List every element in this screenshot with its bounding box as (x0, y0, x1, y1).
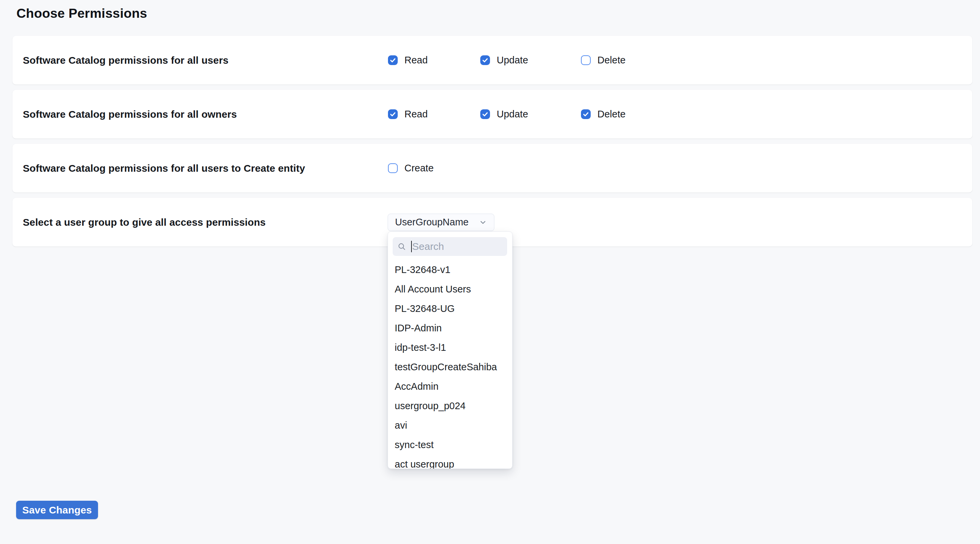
dropdown-option[interactable]: idp-test-3-l1 (388, 338, 512, 357)
checkbox-cell-delete: Delete (581, 55, 625, 66)
choose-permissions-page: Choose Permissions Software Catalog perm… (0, 0, 980, 544)
dropdown-option[interactable]: avi (388, 416, 512, 435)
chevron-down-icon (479, 218, 487, 227)
checkbox-cell-read: Read (388, 109, 480, 120)
read-checkbox[interactable] (388, 109, 398, 119)
dropdown-option[interactable]: All Account Users (388, 279, 512, 299)
dropdown-option[interactable]: AccAdmin (388, 377, 512, 396)
save-changes-button[interactable]: Save Changes (16, 501, 98, 519)
update-checkbox[interactable] (480, 109, 490, 119)
delete-checkbox[interactable] (581, 109, 591, 119)
dropdown-selected-value: UserGroupName (395, 217, 469, 228)
card-title: Select a user group to give all access p… (23, 217, 266, 228)
checkbox-label: Delete (597, 55, 625, 66)
dropdown-option[interactable]: testGroupCreateSahiba (388, 357, 512, 377)
dropdown-search-box (393, 237, 507, 256)
dropdown-option[interactable]: IDP-Admin (388, 318, 512, 338)
checkmark-icon (582, 111, 589, 118)
checkbox-cell-create: Create (388, 163, 434, 174)
checkbox-cell-read: Read (388, 55, 480, 66)
update-checkbox[interactable] (480, 56, 490, 65)
card-title: Software Catalog permissions for all use… (23, 55, 229, 66)
checkbox-label: Update (497, 109, 528, 120)
dropdown-option[interactable]: PL-32648-v1 (388, 260, 512, 279)
checkbox-row: Read Update Delete (388, 36, 625, 84)
create-checkbox[interactable] (388, 163, 398, 173)
checkbox-row: Create (388, 144, 434, 192)
checkbox-cell-delete: Delete (581, 109, 625, 120)
checkbox-label: Create (404, 163, 434, 174)
dropdown-search-input[interactable] (412, 241, 503, 252)
card-all-users-permissions: Software Catalog permissions for all use… (13, 36, 972, 84)
dropdown-options-list: PL-32648-v1 All Account Users PL-32648-U… (388, 260, 512, 469)
text-cursor (411, 241, 412, 252)
card-all-owners-permissions: Software Catalog permissions for all own… (13, 90, 972, 138)
checkbox-label: Read (404, 109, 428, 120)
dropdown-option[interactable]: PL-32648-UG (388, 299, 512, 318)
checkmark-icon (482, 57, 488, 64)
dropdown-option[interactable]: usergroup_p024 (388, 396, 512, 416)
delete-checkbox[interactable] (581, 56, 591, 65)
checkmark-icon (482, 111, 488, 118)
checkmark-icon (389, 111, 396, 118)
checkbox-cell-update: Update (480, 55, 581, 66)
user-group-dropdown-trigger[interactable]: UserGroupName (388, 214, 494, 231)
checkbox-label: Read (404, 55, 428, 66)
card-title: Software Catalog permissions for all own… (23, 109, 237, 120)
user-group-dropdown-panel: PL-32648-v1 All Account Users PL-32648-U… (388, 232, 512, 469)
permission-cards: Software Catalog permissions for all use… (0, 36, 980, 246)
checkbox-row: Read Update Delete (388, 90, 625, 138)
checkbox-label: Update (497, 55, 528, 66)
page-title: Choose Permissions (16, 6, 980, 21)
card-create-entity-permissions: Software Catalog permissions for all use… (13, 144, 972, 192)
checkmark-icon (389, 57, 396, 64)
dropdown-option[interactable]: act usergroup (388, 454, 512, 469)
card-title: Software Catalog permissions for all use… (23, 163, 305, 174)
dropdown-option[interactable]: sync-test (388, 435, 512, 454)
search-icon (398, 243, 406, 251)
read-checkbox[interactable] (388, 56, 398, 65)
checkbox-label: Delete (597, 109, 625, 120)
checkbox-cell-update: Update (480, 109, 581, 120)
